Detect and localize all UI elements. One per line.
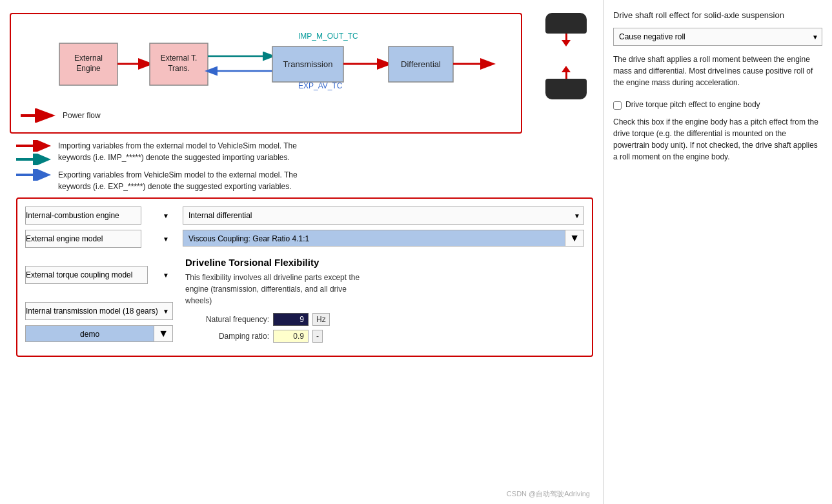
tires-section <box>545 13 587 99</box>
nat-freq-unit: Hz <box>312 313 330 326</box>
legend-blue-arrow <box>16 169 52 181</box>
spacer2 <box>25 289 173 297</box>
dropdown1-wrapper[interactable]: Internal-combustion engine <box>25 207 173 225</box>
main-container: IMP_M_OUT_TC External Engine <box>0 0 832 504</box>
svg-text:Differential: Differential <box>401 59 441 69</box>
dropdown4-wrapper[interactable]: Internal transmission model (18 gears) <box>25 302 173 320</box>
right-controls: Internal differential Viscous Coupling: … <box>183 207 584 348</box>
drive-shaft-title: Drive shaft roll effect for solid-axle s… <box>613 10 822 21</box>
svg-text:Engine: Engine <box>76 64 101 73</box>
left-dropdowns: Internal-combustion engine External engi… <box>25 207 173 348</box>
checkbox-row: Drive torque pitch effect to engine body <box>613 100 822 110</box>
demo-dropdown-arrow[interactable]: ▼ <box>154 325 173 342</box>
right-panel: Drive shaft roll effect for solid-axle s… <box>603 0 832 504</box>
demo-row: demo ▼ <box>25 325 173 342</box>
tire-connector-top <box>562 34 571 79</box>
nat-freq-label: Natural frequency: <box>185 315 269 324</box>
legend-export-text: Exporting variables from VehicleSim mode… <box>58 169 298 192</box>
dropdown-diff-wrapper[interactable]: Internal differential <box>183 207 584 225</box>
legend-red-arrow <box>16 140 52 152</box>
dropdown2-select[interactable]: External engine model <box>25 230 141 248</box>
demo-option[interactable]: demo <box>25 325 154 342</box>
arrow-down-1 <box>562 40 571 46</box>
imp-label: IMP_M_OUT_TC <box>298 32 358 41</box>
damping-row: Damping ratio: - <box>185 330 582 343</box>
legend-section: Importing variables from the external mo… <box>16 140 593 192</box>
diff-row: Internal differential <box>183 207 584 225</box>
viscous-row: Viscous Coupling: Gear Ratio 4.1:1 ▼ <box>183 230 584 247</box>
diagram-svg: IMP_M_OUT_TC External Engine <box>21 27 511 105</box>
left-panel: IMP_M_OUT_TC External Engine <box>0 0 603 504</box>
right-description: The drive shaft applies a roll moment be… <box>613 54 822 88</box>
svg-text:External: External <box>74 54 103 63</box>
nat-freq-row: Natural frequency: Hz <box>185 313 582 326</box>
dropdown2-wrapper[interactable]: External engine model <box>25 230 173 248</box>
power-flow-row: Power flow <box>21 108 511 123</box>
pitch-description: Check this box if the engine body has a … <box>613 116 822 163</box>
arrow-up-1 <box>562 66 571 72</box>
damping-unit: - <box>312 330 323 343</box>
diagram-box: IMP_M_OUT_TC External Engine <box>10 13 522 134</box>
tire-top <box>545 13 587 34</box>
driveline-title: Driveline Torsional Flexibility <box>185 257 582 268</box>
viscous-dropdown-arrow[interactable]: ▼ <box>565 230 584 247</box>
power-flow-label: Power flow <box>63 111 101 120</box>
vert-line-2 <box>565 72 567 79</box>
svg-text:Trans.: Trans. <box>168 64 190 73</box>
pitch-checkbox[interactable] <box>613 101 622 110</box>
legend-import-row: Importing variables from the external mo… <box>16 140 593 165</box>
right-dropdown-select[interactable]: Cause negative roll <box>613 28 822 46</box>
pitch-checkbox-label[interactable]: Drive torque pitch effect to engine body <box>625 100 760 109</box>
controls-section: Internal-combustion engine External engi… <box>16 197 593 357</box>
dropdown-diff-select[interactable]: Internal differential <box>183 207 584 225</box>
exp-label: EXP_AV_TC <box>298 81 343 90</box>
viscous-option[interactable]: Viscous Coupling: Gear Ratio 4.1:1 <box>183 230 565 247</box>
legend-teal-arrow <box>16 154 52 165</box>
dropdown3-wrapper[interactable]: External torque coupling model <box>25 266 173 284</box>
legend-export-row: Exporting variables from VehicleSim mode… <box>16 169 593 192</box>
damping-input[interactable] <box>273 330 309 343</box>
watermark: CSDN @自动驾驶Adriving <box>507 489 590 499</box>
svg-text:Transmission: Transmission <box>283 59 333 69</box>
vert-line-1 <box>565 34 567 40</box>
dropdown4-select[interactable]: Internal transmission model (18 gears) <box>25 302 173 320</box>
tire-bottom <box>545 79 587 99</box>
damping-label: Damping ratio: <box>185 332 269 341</box>
nat-freq-input[interactable] <box>273 313 309 326</box>
dropdown3-select[interactable]: External torque coupling model <box>25 266 148 284</box>
spacer1 <box>25 253 173 261</box>
driveline-desc: This flexibility involves all driveline … <box>185 272 582 307</box>
svg-text:External T.: External T. <box>161 54 197 63</box>
legend-import-text: Importing variables from the external mo… <box>58 140 297 163</box>
power-flow-red-arrow <box>21 108 56 123</box>
right-dropdown-wrapper: Cause negative roll ▼ <box>613 28 822 46</box>
dropdown1-select[interactable]: Internal-combustion engine <box>25 207 141 225</box>
driveline-section: Driveline Torsional Flexibility This fle… <box>183 252 584 348</box>
